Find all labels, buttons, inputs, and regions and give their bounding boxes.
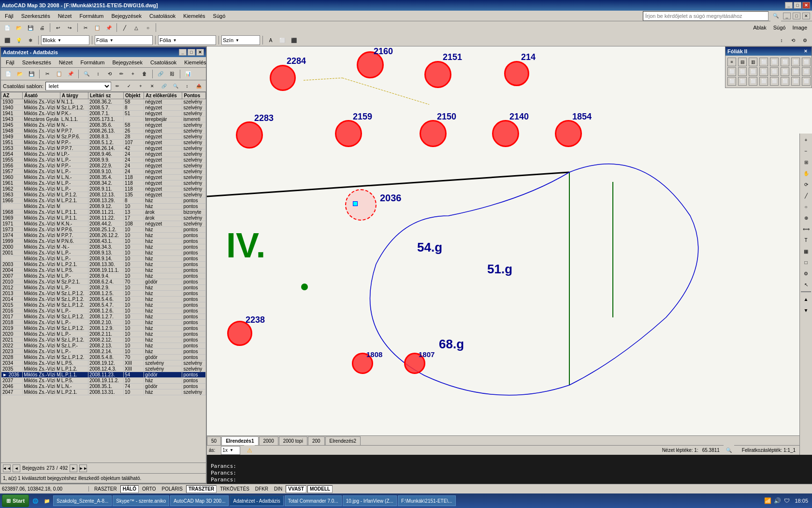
nav-next[interactable]: ►	[70, 464, 77, 472]
adat-menu-formatum[interactable]: Formátum	[77, 59, 107, 66]
task-irfanview[interactable]: 10.jpg - IrfanView (Z...	[343, 495, 397, 506]
table-row[interactable]: 2000Miklós Zs.-Vízi M.-N.-2008.34.3.10há…	[1, 244, 206, 250]
prop1-btn[interactable]: A	[265, 35, 276, 45]
table-row[interactable]: 1945Miklós Zs.-Vízi M.N.-2008.35.6.58nég…	[1, 122, 206, 128]
folia-21[interactable]: ⬜	[770, 77, 779, 86]
status-dfkr[interactable]: DFKR	[253, 485, 271, 493]
adat-tb1[interactable]: 📄	[3, 69, 14, 79]
table-row[interactable]: 2037Miklós Zs.-Vízi M.L.P.5.2008.19.11.2…	[1, 378, 206, 384]
status-traszter[interactable]: TRASZTER	[186, 485, 217, 493]
table-row[interactable]: 2035Miklós Zs.-Vízi M.L.P.1.2.2008.12.4.…	[1, 366, 206, 372]
maximize-button[interactable]: □	[794, 2, 801, 9]
status-orto[interactable]: ORTO	[140, 485, 159, 493]
table-row[interactable]: 2022Miklós Zs.-Vízi M.Sz.L.P.-2008.2.13.…	[1, 343, 206, 349]
folia-1[interactable]: ≡	[727, 58, 736, 66]
folia-16[interactable]: ⬜	[802, 67, 811, 76]
table-row[interactable]: 2001Miklós Zs.-Vízi M.L.P.-2008.9.13.10h…	[1, 250, 206, 256]
status-trkövetes[interactable]: TRKÖVETÉS	[218, 485, 252, 493]
col-objektum[interactable]: Objekt	[124, 92, 144, 99]
table-row[interactable]: 1940Miklós Zs.-Vízi M.Sz.L.P.1.2.2008.5.…	[1, 105, 206, 111]
sablon-filter-btn[interactable]: 🔍	[170, 81, 181, 91]
cad-menu-ablak[interactable]: Ablak	[750, 24, 769, 31]
folia-10[interactable]: ⬜	[738, 67, 747, 76]
table-row[interactable]: 2047Miklós Zs.-Vízi M.L.P.2.1.2008.13.31…	[1, 389, 206, 395]
table-row[interactable]: 2004Miklós Zs.-Vízi M.L.P.5.2008.19.11.1…	[1, 268, 206, 273]
folia-8[interactable]: ⬜	[802, 58, 811, 66]
table-row[interactable]: 2015Miklós Zs.-Vízi M.Sz.L.P.1.2.2008.5.…	[1, 302, 206, 308]
folia-17[interactable]: ⬜	[727, 77, 736, 86]
table-row[interactable]: Miklós Zs.-Vízi M.L.P.-2008.9.14.10házpo…	[1, 256, 206, 262]
table-row[interactable]: 1955Miklós Zs.-Vízi M.L.P.-2008.9.9.24né…	[1, 157, 206, 163]
inner-minimize-button[interactable]: _	[783, 13, 791, 19]
table-row[interactable]: 1949Miklós Zs.-Vízi M.Sz.P.P.6.2008.8.3.…	[1, 134, 206, 140]
adat-menu-kiemelés[interactable]: Kiemelés	[181, 59, 209, 66]
right-tb2[interactable]: ⟲	[788, 35, 798, 45]
new-btn[interactable]: 📄	[2, 22, 13, 33]
folia-14[interactable]: ⬜	[781, 67, 789, 76]
systray-network[interactable]: 📶	[764, 497, 771, 505]
col-asato[interactable]: Ásató	[23, 92, 60, 99]
adat-table[interactable]: 📊	[183, 69, 193, 79]
nav-prev[interactable]: ◄	[13, 464, 20, 472]
col-pontos[interactable]: Pontos	[182, 92, 206, 99]
table-row[interactable]: 1963Miklós Zs.-Vízi M.L.P.1.2.2008.12.13…	[1, 192, 206, 198]
table-row[interactable]: 2017Miklós Zs.-Vízi M.Sz.L.P.1.2.2008.1.…	[1, 314, 206, 320]
table-row[interactable]: 1968Miklós Zs.-Vízi M.L.P.1.1.2008.11.21…	[1, 209, 206, 215]
right-tb1[interactable]: ↕	[776, 35, 787, 45]
adat-tb5[interactable]: 📋	[54, 69, 64, 79]
table-row[interactable]: 1971Miklós Zs.-Vízi M.K.N.-2008.44.2.108…	[1, 221, 206, 227]
status-vvast[interactable]: VVAST	[286, 485, 306, 493]
folia-2[interactable]: ▤	[738, 58, 747, 66]
sablon-apply-btn[interactable]: ✓	[124, 81, 134, 91]
adat-tb6[interactable]: 📌	[65, 69, 76, 79]
rtb-zoom-in[interactable]: +	[801, 134, 812, 145]
adat-menu-szerkesztes[interactable]: Szerkesztés	[19, 59, 54, 66]
adat-filter[interactable]: 🔍	[81, 69, 92, 79]
rtb-block[interactable]: □	[801, 257, 812, 268]
blokk-combo[interactable]: Blokk	[41, 35, 89, 45]
adat-menu-csatolasok[interactable]: Csatolások	[147, 59, 179, 66]
sablon-export-btn[interactable]: 📤	[193, 81, 204, 91]
adat-tb4[interactable]: ✂	[42, 69, 53, 79]
task-szakdolg[interactable]: Szakdolg_Szente_A-8...	[53, 495, 112, 506]
table-row[interactable]: 2013Miklós Zs.-Vízi M.Sz.L.P.1.2.2008.1.…	[1, 291, 206, 297]
task-autocad[interactable]: AutoCAD Map 3D 200...	[170, 495, 229, 506]
adat-sort[interactable]: ↕	[93, 69, 103, 79]
menu-szerkesztes[interactable]: Szerkesztés	[18, 12, 53, 20]
rtb-props[interactable]: ⚙	[801, 268, 812, 279]
folia-4[interactable]: ⬜	[759, 58, 768, 66]
table-row[interactable]: 2012Miklós Zs.-Vízi M.L.P.-2008.2.9.10há…	[1, 285, 206, 291]
rtb-zoom-all[interactable]: ⊞	[801, 157, 812, 167]
taskbar-explorer-btn[interactable]: 📁	[42, 495, 52, 506]
sablon-link-btn[interactable]: 🔗	[159, 81, 169, 91]
inner-maximize-button[interactable]: □	[793, 13, 800, 19]
folia2-combo[interactable]: Fólia	[158, 35, 216, 45]
table-row[interactable]: 2010Miklós Zs.-Vízi M.Sz.P.2.1.2008.6.2.…	[1, 279, 206, 285]
table-row[interactable]: 2018Miklós Zs.-Vízi M.L.P.-2008.2.10.10h…	[1, 320, 206, 326]
status-polaris[interactable]: POLÁRIS	[160, 485, 185, 493]
sablon-del-btn[interactable]: ✕	[147, 81, 158, 91]
table-row[interactable]: 2021Miklós Zs.-Vízi M.Sz.L.P.1.2.2008.2.…	[1, 337, 206, 343]
menu-csatolasok[interactable]: Csatolások	[146, 12, 178, 20]
adat-maximize[interactable]: □	[188, 49, 195, 56]
table-row[interactable]: 1943Mészáros GyulaL.N.1.1.2005.173.1.ter…	[1, 117, 206, 122]
save-btn[interactable]: 💾	[25, 22, 36, 33]
table-row[interactable]: 1973Miklós Zs.-Vízi M.P.P.6.2008.25.1.2.…	[1, 227, 206, 233]
folia-22[interactable]: ⬜	[781, 77, 789, 86]
menu-nezet[interactable]: Nézet	[55, 12, 75, 20]
table-row[interactable]: Miklós Zs.-Vízi M.2008.9.12.10házpontos	[1, 204, 206, 209]
rtb-select[interactable]: ↖	[801, 279, 812, 290]
cut-btn[interactable]: ✂	[80, 22, 91, 33]
rtb-text[interactable]: T	[801, 235, 812, 245]
table-row[interactable]: 1969Miklós Zs.-Vízi M.L.P.1.1.2008.11.22…	[1, 215, 206, 221]
foliakII-close[interactable]: ✕	[802, 48, 810, 55]
minimize-button[interactable]: _	[785, 2, 793, 9]
rtb-scroll-up[interactable]: ▲	[801, 294, 812, 304]
rtb-hatch[interactable]: ▦	[801, 246, 812, 256]
prop3-btn[interactable]: ⬛	[289, 35, 299, 45]
redo-btn[interactable]: ↪	[64, 22, 75, 33]
adat-delete[interactable]: 🗑	[139, 69, 150, 79]
sablon-select[interactable]: lelet	[45, 82, 111, 90]
table-row[interactable]: 2023Miklós Zs.-Vízi M.L.P.-2008.2.14.10h…	[1, 349, 206, 355]
status-halo[interactable]: HÁLÓ	[120, 485, 139, 493]
